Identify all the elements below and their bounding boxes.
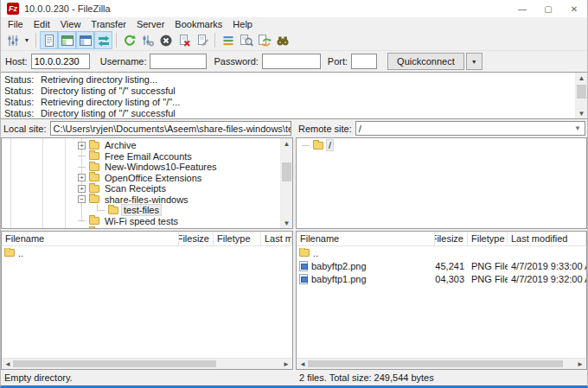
tree-item-openoffice-extensions[interactable]: + OpenOffice Extensions [2, 173, 292, 184]
menu-view[interactable]: View [55, 19, 86, 29]
tree-item-share-files-windows[interactable]: − share-files-windows [2, 194, 292, 206]
synchronized-browsing-button[interactable] [255, 31, 273, 49]
tree-item-label: share-files-windows [103, 194, 190, 205]
password-input[interactable] [262, 54, 321, 69]
menu-file[interactable]: File [3, 19, 29, 29]
menu-server[interactable]: Server [131, 19, 169, 29]
scroll-right-icon[interactable]: ► [577, 360, 584, 368]
remote-status-bar: 2 files. Total size: 249,544 bytes [296, 370, 587, 385]
directory-listing-filters-button[interactable] [219, 31, 237, 49]
column-header-filesize[interactable]: Filesize [435, 232, 468, 245]
password-label: Password: [214, 56, 258, 67]
remote-file-list[interactable]: Filename Filesize Filetype ⌃ Last modifi… [296, 231, 587, 370]
toggle-transfer-queue-button[interactable] [94, 31, 112, 49]
window-title: 10.0.0.230 - FileZilla [24, 3, 111, 14]
local-file-list[interactable]: ⌃ Filename Filesize Filetype Last modifi… [1, 231, 293, 370]
column-header-filetype[interactable]: Filetype [468, 232, 508, 245]
chevron-down-icon: ▼ [24, 37, 30, 43]
site-manager-button[interactable] [3, 31, 22, 49]
expand-icon[interactable]: + [78, 174, 86, 181]
tree-item-new-windows10-features[interactable]: New-Windows10-Features [2, 162, 292, 173]
column-header-filename[interactable]: Filename [297, 232, 435, 245]
tree-item-label: Wi-Fi speed tests [103, 216, 180, 226]
scroll-up-icon[interactable]: ▲ [576, 73, 587, 83]
reconnect-button[interactable] [193, 31, 211, 49]
remote-horizontal-scrollbar[interactable]: ◄ ► [297, 358, 586, 369]
port-input[interactable] [351, 54, 377, 69]
username-input[interactable] [150, 54, 207, 69]
close-button[interactable]: ✕ [561, 0, 587, 17]
log-type: Status: [4, 74, 41, 86]
local-horizontal-scrollbar[interactable]: ◄ ► [2, 358, 292, 369]
remote-directory-tree[interactable]: / [296, 137, 587, 229]
quickconnect-button[interactable]: Quickconnect [387, 53, 464, 70]
toggle-local-tree-button[interactable] [58, 31, 76, 49]
scroll-left-icon[interactable]: ◄ [4, 360, 11, 368]
log-line: Status: Directory listing of "/" success… [4, 108, 573, 119]
folder-icon [108, 207, 118, 214]
filter-icon [221, 34, 235, 48]
remote-list-body[interactable]: .. babyftp2.png 145,241 PNG File 4/7/201… [297, 246, 586, 358]
image-file-icon [299, 261, 308, 271]
local-site-combo[interactable]: C:\Users\ryjen\Documents\Aseem\share-fil… [50, 121, 291, 136]
transfer-queue-icon [97, 34, 111, 48]
log-vertical-scrollbar[interactable]: ▲ ▼ [575, 73, 587, 118]
scrollbar-thumb[interactable] [577, 85, 586, 99]
refresh-button[interactable] [120, 31, 138, 49]
find-files-button[interactable] [273, 31, 291, 49]
remote-site-label: Remote site: [298, 124, 352, 134]
local-list-body[interactable]: .. [2, 246, 292, 358]
file-row-parent-dir[interactable]: .. [2, 246, 292, 259]
file-type: PNG File [471, 261, 508, 271]
column-header-last-modified[interactable]: Last modified [261, 232, 292, 245]
chevron-down-icon[interactable]: ▼ [571, 124, 585, 132]
tree-item-free-email-accounts[interactable]: Free Email Accounts [2, 151, 292, 162]
site-manager-dropdown-button[interactable]: ▼ [22, 31, 32, 49]
menu-help[interactable]: Help [227, 19, 258, 29]
scroll-right-icon[interactable]: ► [283, 360, 290, 368]
local-tree-icon [61, 34, 74, 48]
title-bar: Fz 10.0.0.230 - FileZilla — ▢ ✕ [1, 0, 587, 17]
directory-comparison-button[interactable] [237, 31, 255, 49]
host-input[interactable] [31, 54, 90, 69]
tree-item-root[interactable]: / [297, 140, 586, 151]
scrollbar-thumb[interactable] [13, 360, 216, 367]
scroll-down-icon[interactable]: ▼ [576, 108, 587, 118]
file-row-babyftp1[interactable]: babyftp1.png 104,303 PNG File 4/7/2019 9… [297, 272, 586, 285]
local-site-label: Local site: [3, 124, 47, 134]
maximize-button[interactable]: ▢ [535, 0, 561, 17]
tree-item-wifi-speed-tests[interactable]: Wi-Fi speed tests [2, 216, 292, 227]
column-header-filename[interactable]: ⌃ Filename [2, 232, 179, 245]
tree-item-test-files[interactable]: test-files [2, 205, 292, 216]
tree-item-archive[interactable]: + Archive [2, 140, 292, 151]
minimize-button[interactable]: — [509, 0, 535, 17]
expand-icon[interactable]: + [78, 185, 86, 193]
process-queue-button[interactable] [138, 31, 157, 49]
scrollbar-thumb[interactable] [308, 360, 563, 367]
collapse-icon[interactable]: − [78, 195, 86, 203]
local-site-path: C:\Users\ryjen\Documents\Aseem\share-fil… [54, 124, 291, 134]
local-pane: + Archive Free Email Accounts New-Window… [1, 137, 293, 385]
expand-icon[interactable]: + [78, 142, 86, 149]
file-name: .. [18, 248, 23, 258]
cancel-operation-button[interactable] [157, 31, 175, 49]
disconnect-button[interactable] [175, 31, 193, 49]
menu-bookmarks[interactable]: Bookmarks [169, 19, 227, 29]
column-header-last-modified[interactable]: ⌃ Last modified [508, 232, 586, 245]
column-header-filesize[interactable]: Filesize [179, 232, 214, 245]
tree-item-scan-receipts[interactable]: + Scan Receipts [2, 183, 292, 194]
scroll-left-icon[interactable]: ◄ [299, 360, 306, 368]
remote-site-combo[interactable]: / ▼ [355, 121, 585, 136]
menu-transfer[interactable]: Transfer [86, 19, 131, 29]
file-row-babyftp2[interactable]: babyftp2.png 145,241 PNG File 4/7/2019 9… [297, 259, 586, 272]
folder-icon [313, 142, 323, 149]
menu-edit[interactable]: Edit [29, 19, 55, 29]
tree-connector [302, 145, 310, 146]
file-size: 145,241 [435, 261, 464, 271]
column-header-filetype[interactable]: Filetype [214, 232, 261, 245]
quickconnect-dropdown-button[interactable]: ▼ [466, 53, 483, 70]
toggle-remote-tree-button[interactable] [76, 31, 94, 49]
local-directory-tree[interactable]: + Archive Free Email Accounts New-Window… [1, 137, 293, 229]
file-row-parent-dir[interactable]: .. [297, 246, 586, 259]
toggle-message-log-button[interactable] [40, 31, 58, 49]
